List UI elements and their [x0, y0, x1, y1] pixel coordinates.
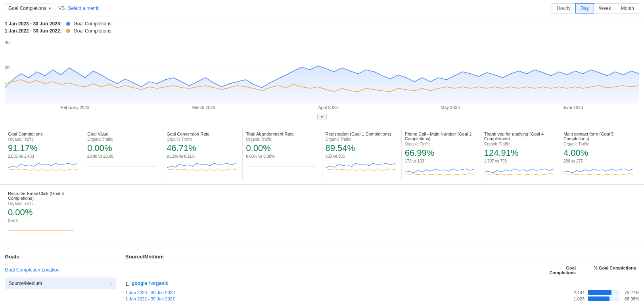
- source-name-0[interactable]: google / organic: [132, 281, 169, 286]
- goal-item-source-medium[interactable]: Source/Medium ›: [5, 277, 116, 289]
- dropdown-arrow-icon: ▼: [48, 6, 52, 11]
- metric-card-3: Total Abandonment Rate Organic Traffic 0…: [243, 128, 322, 181]
- metric-title-6: Thank you for applying (Goal 4 Completio…: [484, 132, 554, 141]
- metric-small-value-0: 0.00%: [8, 207, 74, 218]
- time-button-group: Hourly Day Week Month: [552, 3, 639, 13]
- metric-card-5: Phone Call - Main Number (Goal 2 Complet…: [402, 128, 481, 181]
- metric-title-0: Goal Completions: [8, 132, 77, 136]
- metric-small-subtitle-0: Organic Traffic: [8, 201, 74, 206]
- metric-card-small-0: Recruiter Email Click (Goal 6 Completion…: [5, 188, 80, 241]
- source-row-0: 1. google / organic 1 Jan 2023 - 30 Jun …: [125, 278, 639, 304]
- source-value-0-0: 2,134: [553, 290, 585, 295]
- metric-value-6: 124.91%: [484, 148, 554, 158]
- metric-sparkline-7: [564, 165, 633, 177]
- source-date-0-0[interactable]: 1 Jan 2023 - 30 Jun 2023: [125, 290, 175, 295]
- metric-value-1: 0.00%: [87, 143, 157, 153]
- metric-title-1: Goal Value: [87, 132, 157, 136]
- metric-value-2: 46.71%: [167, 143, 236, 153]
- metric-card-1: Goal Value Organic Traffic 0.00% £0.00 v…: [84, 128, 163, 181]
- metric-value-0: 91.17%: [8, 143, 77, 153]
- source-entry-0-0: 1 Jan 2023 - 30 Jun 2023 2,134 75.27%: [125, 289, 639, 296]
- main-chart-svg: [5, 40, 639, 103]
- metric-card-0: Goal Completions Organic Traffic 91.17% …: [5, 128, 84, 181]
- bar-fill-0-1: [588, 296, 610, 301]
- metric-subtitle-0: Organic Traffic: [8, 137, 77, 141]
- legend-dot-1: [66, 22, 70, 26]
- metric-title-7: Main contact form (Goal 5 Completions): [564, 132, 633, 141]
- metric-dropdown[interactable]: Goal Completions ▼: [5, 4, 55, 13]
- chart-svg[interactable]: [5, 40, 639, 103]
- metric-card-4: Registration (Goal 1 Completions) Organi…: [322, 128, 402, 181]
- source-bar-pct-0-0: 2,134 75.27%: [553, 290, 639, 295]
- chart-collapse-btn[interactable]: ▼: [5, 113, 639, 122]
- chart-area: 40 20 February 2023 March 2023 April 202…: [0, 37, 644, 122]
- metric-sparkline-2: [167, 160, 236, 172]
- metric-value-4: 89.54%: [326, 143, 395, 153]
- source-date-0-1[interactable]: 1 Jan 2022 - 30 Jun 2022: [125, 296, 175, 301]
- metric-sparkline-3: [246, 160, 315, 172]
- source-pct-0-0: 75.27%: [623, 290, 639, 295]
- legend-row-1: 1 Jan 2023 - 30 Jun 2023: Goal Completio…: [5, 21, 639, 27]
- source-col-headers: GoalCompletions % Goal Completions: [125, 266, 639, 275]
- source-bar-pct-0-1: 1,023 68.98%: [553, 296, 639, 301]
- metric-subtitle-4: Organic Traffic: [326, 137, 395, 141]
- source-title: Source/Medium: [125, 254, 164, 260]
- metric-subtitle-3: Organic Traffic: [246, 137, 315, 141]
- col-header-pct: % Goal Completions: [588, 266, 636, 275]
- x-label-jun: June 2023: [563, 105, 583, 110]
- time-btn-hourly[interactable]: Hourly: [552, 3, 576, 13]
- legend-label-2: Goal Completions: [73, 28, 111, 34]
- x-label-mar: March 2023: [192, 105, 215, 110]
- legend-row-2: 1 Jan 2022 - 30 Jun 2022: Goal Completio…: [5, 28, 639, 34]
- metric-subtitle-6: Organic Traffic: [484, 142, 554, 146]
- metric-compare-2: 9.12% vs 6.21%: [167, 154, 236, 159]
- metric-title-2: Goal Conversion Rate: [167, 132, 236, 136]
- metric-small-sparkline-0: [8, 224, 74, 236]
- metric-compare-1: £0.00 vs £0.00: [87, 154, 157, 159]
- goal-completion-location-link[interactable]: Goal Completion Location: [5, 266, 116, 274]
- metric-subtitle-7: Organic Traffic: [564, 142, 633, 146]
- vs-label: VS: [58, 6, 65, 11]
- metric-subtitle-5: Organic Traffic: [405, 142, 474, 146]
- metrics-section: Goal Completions Organic Traffic 91.17% …: [0, 122, 644, 185]
- metric-compare-7: 286 vs 275: [564, 159, 633, 163]
- bottom-section: Goals Goal Completion Location Source/Me…: [0, 247, 644, 304]
- legend-label-1: Goal Completions: [73, 21, 111, 27]
- metric-value-5: 66.99%: [405, 148, 474, 158]
- metric-compare-4: 580 vs 306: [326, 154, 395, 159]
- metric-dropdown-label: Goal Completions: [8, 6, 46, 11]
- source-panel: Source/Medium GoalCompletions % Goal Com…: [125, 254, 639, 304]
- select-metric-link[interactable]: Select a metric: [68, 6, 99, 11]
- metric-small-title-0: Recruiter Email Click (Goal 6 Completion…: [8, 191, 74, 201]
- time-btn-week[interactable]: Week: [594, 3, 616, 13]
- metric-subtitle-2: Organic Traffic: [167, 137, 236, 141]
- top-left-controls: Goal Completions ▼ VS Select a metric: [5, 4, 100, 13]
- legend-dot-2: [66, 29, 70, 33]
- metric-card-7: Main contact form (Goal 5 Completions) O…: [560, 128, 639, 181]
- metric-compare-5: 172 vs 103: [405, 159, 474, 163]
- metric-title-5: Phone Call - Main Number (Goal 2 Complet…: [405, 132, 474, 141]
- metric-sparkline-4: [326, 160, 395, 172]
- goal-item-arrow-icon: ›: [110, 281, 112, 286]
- metric-compare-6: 1,797 vs 799: [484, 159, 554, 163]
- metric-compare-3: 0.00% vs 0.00%: [246, 154, 315, 159]
- legend-date-1: 1 Jan 2023 - 30 Jun 2023:: [5, 21, 61, 27]
- bar-track-0-0: [588, 290, 619, 295]
- col-header-completions: GoalCompletions: [549, 266, 576, 275]
- time-btn-month[interactable]: Month: [616, 3, 639, 13]
- time-btn-day[interactable]: Day: [575, 3, 594, 13]
- goals-title: Goals: [5, 254, 116, 262]
- bar-track-0-1: [588, 296, 619, 301]
- collapse-icon[interactable]: ▼: [317, 114, 327, 120]
- source-rank-0: 1.: [125, 281, 129, 287]
- metric-value-3: 0.00%: [246, 143, 315, 153]
- metric-small-compare-0: 0 vs 0: [8, 218, 74, 223]
- metric-title-4: Registration (Goal 1 Completions): [326, 132, 395, 136]
- source-entry-0-1: 1 Jan 2022 - 30 Jun 2022 1,023 68.98%: [125, 296, 639, 302]
- x-axis-labels: February 2023 March 2023 April 2023 May …: [5, 103, 639, 113]
- goals-panel: Goals Goal Completion Location Source/Me…: [5, 254, 116, 304]
- goal-item-label: Source/Medium: [9, 281, 42, 286]
- x-label-feb: February 2023: [61, 105, 90, 110]
- top-bar: Goal Completions ▼ VS Select a metric Ho…: [0, 0, 644, 17]
- metric-subtitle-1: Organic Traffic: [87, 137, 157, 141]
